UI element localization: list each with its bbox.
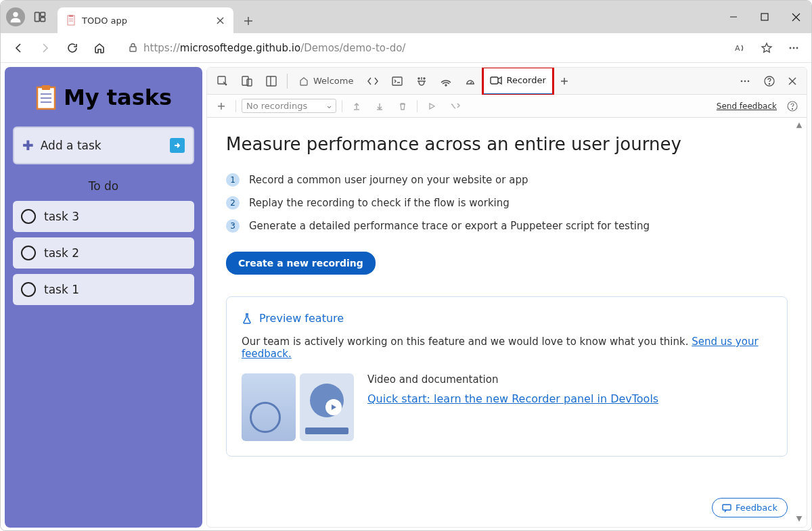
tab-welcome[interactable]: Welcome: [292, 68, 360, 95]
url-text: https://microsoftedge.github.io/Demos/de…: [143, 42, 405, 54]
task-checkbox[interactable]: [21, 246, 36, 260]
new-recording-icon[interactable]: [212, 97, 230, 115]
svg-rect-16: [130, 47, 136, 51]
replay-icon[interactable]: [423, 97, 441, 115]
preview-text: Our team is actively working on this fea…: [242, 336, 772, 360]
export-icon[interactable]: [371, 97, 388, 115]
thumbnail-video-icon: [300, 373, 354, 441]
devtools-more-icon[interactable]: [734, 68, 757, 95]
svg-rect-13: [761, 14, 768, 20]
svg-rect-22: [42, 85, 50, 90]
preview-feature-card: Preview feature Our team is actively wor…: [226, 296, 788, 457]
quickstart-link[interactable]: Quick start: learn the new Recorder pane…: [367, 392, 658, 405]
svg-rect-1: [35, 12, 40, 21]
browser-toolbar: https://microsoftedge.github.io/Demos/de…: [1, 33, 811, 63]
inspect-element-icon[interactable]: [211, 68, 234, 95]
window-titlebar: TODO app: [1, 1, 811, 33]
lock-icon[interactable]: [128, 43, 138, 53]
svg-point-49: [792, 108, 792, 109]
svg-rect-29: [267, 76, 276, 86]
svg-rect-36: [491, 77, 498, 84]
svg-point-18: [790, 47, 792, 49]
forward-button: [33, 36, 58, 60]
maximize-button[interactable]: [749, 1, 780, 33]
svg-rect-50: [723, 505, 731, 510]
step-item: 2Replay the recording to check if the fl…: [226, 196, 788, 210]
todo-title: My tasks: [64, 85, 172, 110]
devtools-panel: Welcome Recorder No recordings: [206, 67, 807, 528]
todo-app-panel: My tasks ✚ Add a task To do task 3 task …: [5, 67, 202, 528]
devtools-tabbar: Welcome Recorder: [207, 68, 807, 95]
feedback-button[interactable]: Feedback: [712, 498, 788, 517]
preview-thumbnails: [242, 373, 354, 441]
tab-performance-icon[interactable]: [459, 68, 482, 95]
scroll-down-icon[interactable]: ▼: [794, 514, 804, 523]
new-tab-button[interactable]: [236, 9, 261, 33]
svg-point-19: [793, 47, 795, 49]
devtools-help-icon[interactable]: [758, 68, 781, 95]
svg-text:A: A: [735, 44, 740, 53]
dock-side-icon[interactable]: [260, 68, 283, 95]
svg-point-41: [748, 80, 750, 82]
devtools-close-icon[interactable]: [782, 68, 803, 95]
thumbnail-icon: [242, 373, 296, 441]
svg-rect-2: [41, 12, 45, 16]
video-heading: Video and documentation: [367, 373, 658, 386]
recorder-toolbar: No recordings Send feedback: [207, 95, 807, 118]
submit-arrow-icon[interactable]: [170, 138, 185, 153]
step-item: 3Generate a detailed performance trace o…: [226, 219, 788, 233]
delete-icon[interactable]: [394, 97, 411, 115]
tab-recorder[interactable]: Recorder: [483, 68, 552, 95]
tab-title: TODO app: [82, 16, 209, 26]
refresh-button[interactable]: [60, 36, 85, 60]
step-item: 1Record a common user journey on your we…: [226, 173, 788, 187]
more-tabs-button[interactable]: [554, 68, 574, 95]
task-label: task 1: [44, 283, 79, 296]
clipboard-icon: [35, 85, 57, 110]
svg-point-20: [796, 47, 798, 49]
read-aloud-button[interactable]: A: [727, 36, 752, 60]
tab-network-icon[interactable]: [434, 68, 457, 95]
address-bar[interactable]: https://microsoftedge.github.io/Demos/de…: [120, 37, 719, 59]
add-task-label: Add a task: [41, 139, 163, 152]
minimize-button[interactable]: [718, 1, 749, 33]
todo-header: My tasks: [13, 85, 194, 110]
settings-menu-button[interactable]: [782, 36, 806, 60]
import-icon[interactable]: [348, 97, 365, 115]
tab-console-icon[interactable]: [386, 68, 409, 95]
send-feedback-link[interactable]: Send feedback: [717, 101, 777, 111]
create-recording-button[interactable]: Create a new recording: [226, 252, 376, 275]
add-task-button[interactable]: ✚ Add a task: [13, 126, 194, 164]
tab-elements-icon[interactable]: [361, 68, 384, 95]
toolbar-help-icon[interactable]: [784, 97, 801, 115]
task-checkbox[interactable]: [21, 282, 36, 297]
task-item[interactable]: task 2: [13, 237, 194, 269]
task-checkbox[interactable]: [21, 209, 36, 224]
recording-select[interactable]: No recordings: [242, 99, 336, 113]
back-button[interactable]: [6, 36, 30, 60]
task-item[interactable]: task 3: [13, 201, 194, 232]
preview-header: Preview feature: [242, 312, 772, 325]
profile-icon[interactable]: [6, 7, 25, 26]
close-tab-icon[interactable]: [215, 15, 225, 26]
flask-icon: [242, 313, 252, 325]
favorite-button[interactable]: [754, 36, 779, 60]
task-label: task 3: [44, 210, 79, 223]
todo-section-title: To do: [13, 179, 194, 193]
task-item[interactable]: task 1: [13, 274, 194, 305]
svg-point-32: [418, 78, 420, 79]
home-button[interactable]: [87, 36, 112, 60]
device-toggle-icon[interactable]: [235, 68, 258, 95]
svg-rect-5: [69, 15, 73, 17]
close-window-button[interactable]: [780, 1, 811, 33]
svg-rect-31: [392, 77, 402, 85]
workspaces-icon[interactable]: [33, 10, 47, 24]
svg-point-43: [769, 83, 769, 84]
svg-point-34: [445, 85, 447, 86]
svg-point-0: [13, 12, 18, 17]
performance-trace-icon[interactable]: [446, 97, 464, 115]
browser-tab[interactable]: TODO app: [58, 7, 233, 33]
tab-favicon-icon: [66, 15, 76, 26]
svg-point-39: [741, 80, 743, 82]
tab-sources-icon[interactable]: [410, 68, 433, 95]
